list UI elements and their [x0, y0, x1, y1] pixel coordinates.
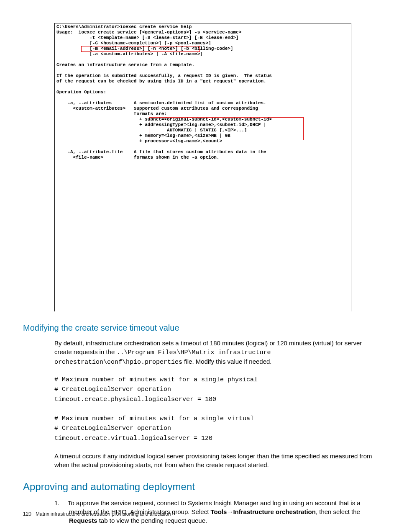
section-heading-modifying-timeout: Modifying the create service timeout val… — [23, 323, 376, 333]
tab-requests: Requests — [69, 517, 97, 524]
text: , then select the — [316, 508, 360, 515]
arrow-icon: → — [227, 508, 233, 515]
code-block-properties: # Maximum number of minutes wait for a s… — [54, 375, 376, 443]
section-heading-approving-deployment: Approving and automating deployment — [23, 481, 376, 493]
paragraph-timeout-note: A timeout occurs if any individual logic… — [54, 452, 376, 469]
page-number: 120 — [23, 511, 31, 517]
menu-path-tools: Tools — [210, 508, 227, 515]
paragraph-timeout-intro: By default, infrastructure orchestration… — [54, 339, 376, 367]
terminal-output: C:\Users\Administrator>ioexec create ser… — [54, 23, 351, 311]
text: tab to view the pending request queue. — [97, 517, 207, 524]
text: file. Modify this value if needed. — [182, 358, 271, 365]
page-footer: 120 Matrix infrastructure orchestration … — [23, 511, 171, 517]
menu-path-infrastructure-orchestration: Infrastructure orchestration — [233, 508, 316, 515]
highlight-box-attributes-usage — [81, 46, 200, 52]
step-number: 1. — [54, 499, 64, 507]
footer-title: Matrix infrastructure orchestration prov… — [36, 511, 171, 517]
highlight-box-attributes-formats — [149, 117, 304, 140]
